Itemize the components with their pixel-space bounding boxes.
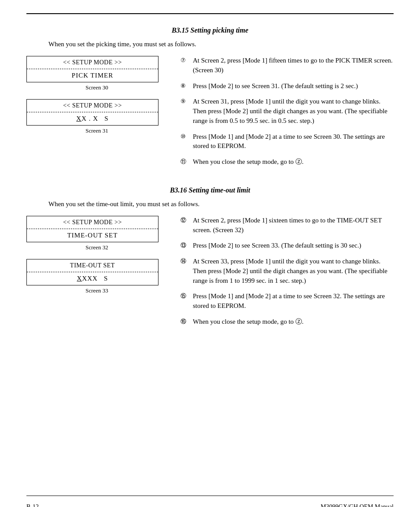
section-intro-b3-16: When you set the time-out limit, you mus… — [48, 200, 394, 208]
screen-33-box: TIME-OUT SET XXXX S — [26, 259, 158, 285]
step-53: ⑭ At Screen 33, press [Mode 1] until the… — [181, 257, 394, 285]
step-55-text: When you close the setup mode, go to ⓩ. — [193, 317, 394, 327]
screen-32-top: << SETUP MODE >> — [27, 216, 158, 229]
step-50-num: ⑪ — [181, 158, 193, 166]
step-48-text: At Screen 31, press [Mode 1] until the d… — [193, 97, 394, 126]
screen-32-box: << SETUP MODE >> TIME-OUT SET — [26, 216, 158, 242]
screen31-digit1: X — [76, 115, 81, 122]
step-47-text: Press [Mode 2] to see Screen 31. (The de… — [193, 81, 394, 91]
section1-left-col: << SETUP MODE >> PICK TIMER Screen 30 <<… — [26, 56, 167, 142]
section2-content-row: << SETUP MODE >> TIME-OUT SET Screen 32 … — [26, 216, 394, 333]
step-50: ⑪ When you close the setup mode, go to ⓩ… — [181, 157, 394, 167]
step-54-num: ⑮ — [181, 292, 193, 300]
step-53-num: ⑭ — [181, 257, 193, 266]
section2-right-col: ⑫ At Screen 2, press [Mode 1] sixteen ti… — [181, 216, 394, 333]
screen-33-top: TIME-OUT SET — [27, 259, 158, 272]
screen-33-label: Screen 33 — [26, 287, 167, 294]
step-55-num: ⑯ — [181, 318, 193, 326]
step-47-num: ⑧ — [181, 82, 193, 90]
step-53-text: At Screen 33, press [Mode 1] until the d… — [193, 257, 394, 285]
screen31-digit2: X . X S — [81, 115, 109, 122]
screen33-digit1: X — [77, 275, 82, 282]
step-49-num: ⑩ — [181, 133, 193, 141]
screen-30-label: Screen 30 — [26, 84, 167, 91]
section-b3-16: B3.16 Setting time-out limit When you se… — [26, 186, 394, 333]
screen-30-top: << SETUP MODE >> — [27, 56, 158, 69]
step-52-num: ⑬ — [181, 241, 193, 250]
section-title-b3-16: B3.16 Setting time-out limit — [26, 186, 394, 194]
step-48: ⑨ At Screen 31, press [Mode 1] until the… — [181, 97, 394, 126]
step-52-text: Press [Mode 2] to see Screen 33. (The de… — [193, 241, 394, 251]
step-49: ⑩ Press [Mode 1] and [Mode 2] at a time … — [181, 132, 394, 152]
screen33-digits234: XXX S — [82, 275, 108, 282]
step-52: ⑬ Press [Mode 2] to see Screen 33. (The … — [181, 241, 394, 251]
step-51-num: ⑫ — [181, 216, 193, 225]
screen-32-label: Screen 32 — [26, 244, 167, 251]
section1-right-col: ⑦ At Screen 2, press [Mode 1] fifteen ti… — [181, 56, 394, 173]
step-46-text: At Screen 2, press [Mode 1] fifteen time… — [193, 56, 394, 75]
screen-30-bottom: PICK TIMER — [27, 69, 158, 82]
step-50-text: When you close the setup mode, go to ⓩ. — [193, 157, 394, 167]
section2-left-col: << SETUP MODE >> TIME-OUT SET Screen 32 … — [26, 216, 167, 302]
screen-31-bottom: XX . X S — [27, 112, 158, 125]
step-51: ⑫ At Screen 2, press [Mode 1] sixteen ti… — [181, 216, 394, 235]
step-46: ⑦ At Screen 2, press [Mode 1] fifteen ti… — [181, 56, 394, 75]
footer-left: B-12 — [26, 503, 39, 507]
step-48-num: ⑨ — [181, 97, 193, 106]
screen-30-box: << SETUP MODE >> PICK TIMER — [26, 56, 158, 82]
footer-right: M3099GX/GH OEM Manual — [321, 503, 394, 507]
page-container: B3.15 Setting picking time When you set … — [0, 13, 420, 507]
step-55: ⑯ When you close the setup mode, go to ⓩ… — [181, 317, 394, 327]
step-47: ⑧ Press [Mode 2] to see Screen 31. (The … — [181, 81, 394, 91]
screen-31-box: << SETUP MODE >> XX . X S — [26, 99, 158, 126]
footer: B-12 M3099GX/GH OEM Manual — [26, 503, 394, 507]
step-46-num: ⑦ — [181, 56, 193, 65]
section1-steps-list: ⑦ At Screen 2, press [Mode 1] fifteen ti… — [181, 56, 394, 167]
section-intro-b3-15: When you set the picking time, you must … — [48, 41, 394, 48]
screen-31-top: << SETUP MODE >> — [27, 100, 158, 112]
screen-33-bottom: XXXX S — [27, 272, 158, 285]
screen-31-label: Screen 31 — [26, 127, 167, 134]
step-54-text: Press [Mode 1] and [Mode 2] at a time to… — [193, 292, 394, 311]
bottom-rule — [26, 496, 394, 496]
section-b3-15: B3.15 Setting picking time When you set … — [26, 26, 394, 173]
screen-32-bottom: TIME-OUT SET — [27, 229, 158, 242]
step-51-text: At Screen 2, press [Mode 1] sixteen time… — [193, 216, 394, 235]
section-title-b3-15: B3.15 Setting picking time — [26, 26, 394, 34]
top-rule — [26, 13, 394, 14]
section2-steps-list: ⑫ At Screen 2, press [Mode 1] sixteen ti… — [181, 216, 394, 327]
section1-content-row: << SETUP MODE >> PICK TIMER Screen 30 <<… — [26, 56, 394, 173]
step-54: ⑮ Press [Mode 1] and [Mode 2] at a time … — [181, 292, 394, 311]
step-49-text: Press [Mode 1] and [Mode 2] at a time to… — [193, 132, 394, 152]
